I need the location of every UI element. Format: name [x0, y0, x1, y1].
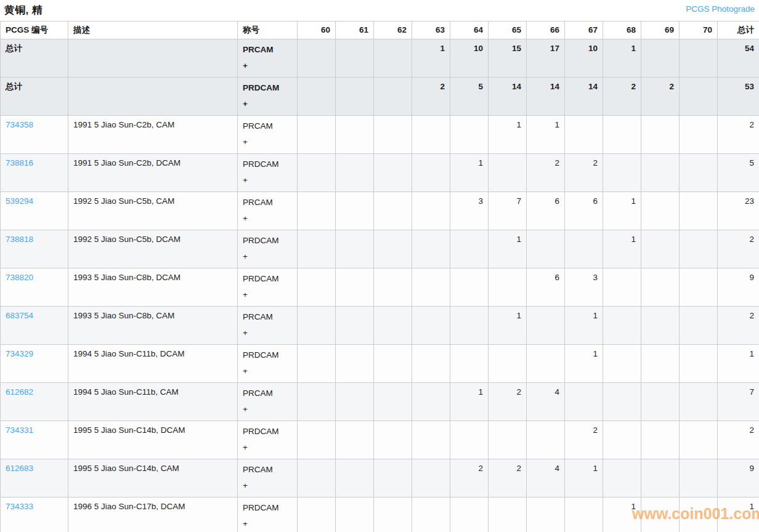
- pcgs-number-link[interactable]: 612683: [6, 464, 33, 473]
- coin-row: 7343291994 5 Jiao Sun-C11b, DCAMPRDCAM +…: [1, 345, 759, 383]
- pcgs-number-link[interactable]: 738816: [6, 158, 33, 167]
- pcgs-photograde-link[interactable]: PCGS Photograde: [686, 4, 755, 14]
- grade-67-count-cell: [565, 230, 603, 268]
- column-header-grade-66: 66: [527, 22, 565, 39]
- column-header-designation: 称号: [238, 22, 298, 39]
- grade-63-count-cell: [412, 192, 450, 230]
- pcgs-number-link[interactable]: 738818: [6, 235, 33, 244]
- grade-70-count-cell: [680, 116, 718, 154]
- designation-cell: PRCAM +: [238, 307, 298, 345]
- grade-68-count-cell: [603, 268, 641, 307]
- grade-64-count-cell: 3: [450, 192, 489, 230]
- grade-67-count-cell: 6: [565, 192, 603, 230]
- grade-62-count-cell: [374, 383, 412, 421]
- grade-60-count-cell: [298, 154, 336, 192]
- pcgs-number-link[interactable]: 734329: [6, 349, 33, 358]
- grade-66-count-cell: 4: [527, 383, 565, 421]
- grade-66-count-cell: [527, 421, 565, 459]
- column-header-grade-62: 62: [374, 22, 412, 39]
- pcgs-number-cell: 612682: [1, 383, 68, 421]
- grade-64-count-cell: 1: [450, 154, 489, 192]
- grade-63-count-cell: [412, 345, 450, 383]
- grade-66-count-cell: 6: [527, 268, 565, 307]
- grade-61-count-cell: [336, 192, 374, 230]
- grade-67-count-cell: 1: [565, 307, 603, 345]
- designation-cell: PRDCAM +: [238, 345, 298, 383]
- pcgs-number-link[interactable]: 734358: [6, 120, 33, 129]
- grade-64-count-cell: 5: [450, 78, 489, 116]
- designation-cell: PRCAM +: [238, 459, 298, 498]
- grade-60-count-cell: [298, 268, 336, 307]
- description-cell: 1991 5 Jiao Sun-C2b, DCAM: [68, 154, 238, 192]
- grade-62-count-cell: [374, 154, 412, 192]
- grade-60-count-cell: [298, 39, 336, 78]
- grade-69-count-cell: [641, 268, 680, 307]
- summary-row: 总计PRCAM +110151710154: [1, 39, 759, 78]
- grade-70-count-cell: [680, 192, 718, 230]
- grade-66-count-cell: [527, 345, 565, 383]
- pcgs-number-link[interactable]: 734333: [6, 502, 33, 511]
- grade-67-count-cell: [565, 383, 603, 421]
- grade-66-count-cell: 1: [527, 116, 565, 154]
- grade-70-count-cell: [680, 307, 718, 345]
- pcgs-number-link[interactable]: 612682: [6, 387, 33, 397]
- grade-64-count-cell: [450, 307, 489, 345]
- pcgs-number-link[interactable]: 539294: [6, 196, 33, 206]
- grade-68-count-cell: 1: [603, 192, 641, 230]
- total-count-cell: 2: [718, 230, 759, 268]
- grade-60-count-cell: [298, 307, 336, 345]
- grade-65-count-cell: [489, 154, 527, 192]
- description-cell: 1995 5 Jiao Sun-C14b, DCAM: [68, 421, 238, 459]
- total-count-cell: 54: [718, 39, 759, 78]
- pcgs-number-cell: 612683: [1, 459, 68, 498]
- grade-65-count-cell: 2: [489, 459, 527, 498]
- grade-69-count-cell: [641, 230, 680, 268]
- grade-60-count-cell: [298, 498, 336, 532]
- grade-62-count-cell: [374, 307, 412, 345]
- designation-cell: PRDCAM +: [238, 78, 298, 116]
- total-count-cell: 1: [718, 345, 759, 383]
- grade-70-count-cell: [680, 154, 718, 192]
- grade-65-count-cell: 15: [489, 39, 527, 78]
- grade-70-count-cell: [680, 230, 718, 268]
- grade-69-count-cell: [641, 154, 680, 192]
- grade-63-count-cell: [412, 154, 450, 192]
- grade-70-count-cell: [680, 459, 718, 498]
- coin-row: 7388161991 5 Jiao Sun-C2b, DCAMPRDCAM +1…: [1, 154, 759, 192]
- grade-70-count-cell: [680, 498, 718, 532]
- pcgs-number-cell: 738820: [1, 268, 68, 307]
- grade-68-count-cell: 1: [603, 498, 641, 532]
- grade-63-count-cell: [412, 268, 450, 307]
- grade-68-count-cell: 2: [603, 78, 641, 116]
- description-cell: 1994 5 Jiao Sun-C11b, DCAM: [68, 345, 238, 383]
- summary-label-cell: 总计: [1, 39, 68, 78]
- designation-cell: PRCAM +: [238, 116, 298, 154]
- column-header-grade-67: 67: [565, 22, 603, 39]
- grade-60-count-cell: [298, 192, 336, 230]
- designation-cell: PRCAM +: [238, 192, 298, 230]
- designation-cell: PRDCAM +: [238, 154, 298, 192]
- grade-66-count-cell: 14: [527, 78, 565, 116]
- column-header-grade-64: 64: [450, 22, 489, 39]
- pcgs-number-link[interactable]: 683754: [6, 311, 33, 320]
- grade-61-count-cell: [336, 421, 374, 459]
- grade-61-count-cell: [336, 230, 374, 268]
- grade-66-count-cell: 17: [527, 39, 565, 78]
- column-header-pcgs-number: PCGS 编号: [1, 22, 68, 39]
- description-cell: 1996 5 Jiao Sun-C17b, DCAM: [68, 498, 238, 532]
- grade-63-count-cell: [412, 459, 450, 498]
- grade-62-count-cell: [374, 39, 412, 78]
- pcgs-number-link[interactable]: 738820: [6, 273, 33, 282]
- grade-65-count-cell: 1: [489, 230, 527, 268]
- grade-61-count-cell: [336, 383, 374, 421]
- coin-row: 6837541993 5 Jiao Sun-C8b, CAMPRCAM +112: [1, 307, 759, 345]
- grade-62-count-cell: [374, 459, 412, 498]
- pcgs-number-link[interactable]: 734331: [6, 425, 33, 435]
- description-cell: 1991 5 Jiao Sun-C2b, CAM: [68, 116, 238, 154]
- grade-69-count-cell: 2: [641, 78, 680, 116]
- description-cell: 1992 5 Jiao Sun-C5b, DCAM: [68, 230, 238, 268]
- grade-63-count-cell: 1: [412, 39, 450, 78]
- summary-label-cell: 总计: [1, 78, 68, 116]
- column-header-grade-60: 60: [298, 22, 336, 39]
- grade-65-count-cell: [489, 345, 527, 383]
